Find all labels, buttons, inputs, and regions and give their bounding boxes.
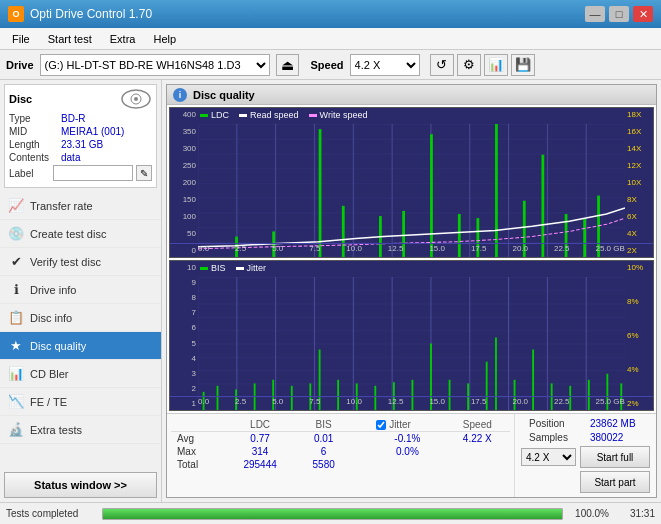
col-header-empty [171,418,224,432]
app-title: Opti Drive Control 1.70 [30,7,152,21]
max-speed [445,445,510,458]
bis-legend-dot [200,267,208,270]
svg-rect-16 [319,129,322,257]
mid-value: MEIRA1 (001) [61,126,152,137]
sidebar-item-verify-test-disc[interactable]: ✔Verify test disc [0,248,161,276]
content-area: i Disc quality LDC Read speed [162,80,661,502]
app-icon: O [8,6,24,22]
col-header-jitter: Jitter [370,418,445,432]
sidebar-item-disc-quality[interactable]: ★Disc quality [0,332,161,360]
position-row: Position 23862 MB [529,418,650,429]
sidebar-label-disc-quality: Disc quality [30,340,86,352]
close-button[interactable]: ✕ [633,6,653,22]
title-bar: O Opti Drive Control 1.70 — □ ✕ [0,0,661,28]
toolbar-graph-button[interactable]: 📊 [484,54,508,76]
chart1-x-axis: 0.02.55.07.510.012.515.017.520.022.525.0… [170,243,653,257]
max-ldc: 314 [224,445,296,458]
chart1-y-axis-right: 18X 16X 14X 12X 10X 8X 6X 4X 2X [625,108,653,257]
sidebar-item-transfer-rate[interactable]: 📈Transfer rate [0,192,161,220]
svg-rect-20 [430,134,433,257]
quality-speed-select[interactable]: 4.2 X [521,448,576,466]
jitter-checkbox[interactable] [376,420,386,430]
length-value: 23.31 GB [61,139,152,150]
drive-select[interactable]: (G:) HL-DT-ST BD-RE WH16NS48 1.D3 [40,54,270,76]
col-header-ldc: LDC [224,418,296,432]
toolbar-refresh-button[interactable]: ↺ [430,54,454,76]
col-header-speed: Speed [445,418,510,432]
disc-label-edit-button[interactable]: ✎ [136,165,152,181]
speed-select[interactable]: 4.2 X [350,54,420,76]
contents-label: Contents [9,152,61,163]
sidebar-item-create-test-disc[interactable]: 💿Create test disc [0,220,161,248]
panel-header: i Disc quality [167,85,656,105]
stats-table: LDC BIS Jitter Speed [171,418,510,471]
svg-rect-23 [495,124,498,257]
drive-info-icon: ℹ [8,282,24,298]
chart2-y-axis-left: 10 9 8 7 6 5 4 3 2 1 [170,261,198,410]
jitter-legend-dot [236,267,244,270]
samples-value: 380022 [590,432,650,443]
start-full-button[interactable]: Start full [580,446,650,468]
progress-percent: 100.0% [569,508,609,519]
stats-right: Position 23862 MB Samples 380022 4.2 X S… [514,414,656,497]
start-part-row: Start part [580,471,650,493]
max-jitter: 0.0% [370,445,445,458]
sidebar-label-disc-info: Disc info [30,312,72,324]
position-label: Position [529,418,584,429]
max-label: Max [171,445,224,458]
disc-label-label: Label [9,168,53,179]
create-test-disc-icon: 💿 [8,226,24,242]
status-window-button[interactable]: Status window >> [4,472,157,498]
sidebar-item-cd-bler[interactable]: 📊CD Bler [0,360,161,388]
sidebar-item-drive-info[interactable]: ℹDrive info [0,276,161,304]
chart1-y-axis-left: 400 350 300 250 200 150 100 50 0 [170,108,198,257]
sidebar-item-extra-tests[interactable]: 🔬Extra tests [0,416,161,444]
disc-icon [120,89,152,109]
menu-help[interactable]: Help [145,31,184,47]
chart2-x-axis: 0.02.55.07.510.012.515.017.520.022.525.0… [170,396,653,410]
stats-row-avg: Avg 0.77 0.01 -0.1% 4.22 X [171,432,510,446]
eject-button[interactable]: ⏏ [276,54,299,76]
type-label: Type [9,113,61,124]
progress-label: Tests completed [6,508,96,519]
ldc-legend-dot [200,114,208,117]
type-value: BD-R [61,113,152,124]
progress-fill [103,509,562,519]
transfer-rate-icon: 📈 [8,198,24,214]
disc-quality-panel: i Disc quality LDC Read speed [166,84,657,498]
stats-bar: LDC BIS Jitter Speed [167,413,656,497]
sidebar-label-transfer-rate: Transfer rate [30,200,93,212]
charts-area: LDC Read speed Write speed 400 [167,105,656,413]
stats-row-total: Total 295444 5580 [171,458,510,471]
menu-extra[interactable]: Extra [102,31,144,47]
menu-file[interactable]: File [4,31,38,47]
toolbar-settings-button[interactable]: ⚙ [457,54,481,76]
panel-title: Disc quality [193,89,255,101]
start-part-button[interactable]: Start part [580,471,650,493]
verify-test-disc-icon: ✔ [8,254,24,270]
read-speed-legend-dot [239,114,247,117]
total-ldc: 295444 [224,458,296,471]
sidebar-item-disc-info[interactable]: 📋Disc info [0,304,161,332]
avg-bis: 0.01 [296,432,351,446]
maximize-button[interactable]: □ [609,6,629,22]
speed-label: Speed [311,59,344,71]
total-label: Total [171,458,224,471]
bis-legend-item: BIS [200,263,226,273]
total-empty [351,458,370,471]
avg-jitter: -0.1% [370,432,445,446]
menu-start-test[interactable]: Start test [40,31,100,47]
avg-speed: 4.22 X [445,432,510,446]
position-value: 23862 MB [590,418,650,429]
sidebar-item-fe-te[interactable]: 📉FE / TE [0,388,161,416]
minimize-button[interactable]: — [585,6,605,22]
contents-value: data [61,152,152,163]
chart2-svg-area [198,277,625,410]
cd-bler-icon: 📊 [8,366,24,382]
disc-label-input[interactable] [53,165,133,181]
disc-panel: Disc Type BD-R MID MEIRA1 (001) [4,84,157,188]
toolbar-save-button[interactable]: 💾 [511,54,535,76]
bis-chart: BIS Jitter 10 9 8 7 6 5 [169,260,654,411]
drive-label: Drive [6,59,34,71]
disc-info-icon: 📋 [8,310,24,326]
